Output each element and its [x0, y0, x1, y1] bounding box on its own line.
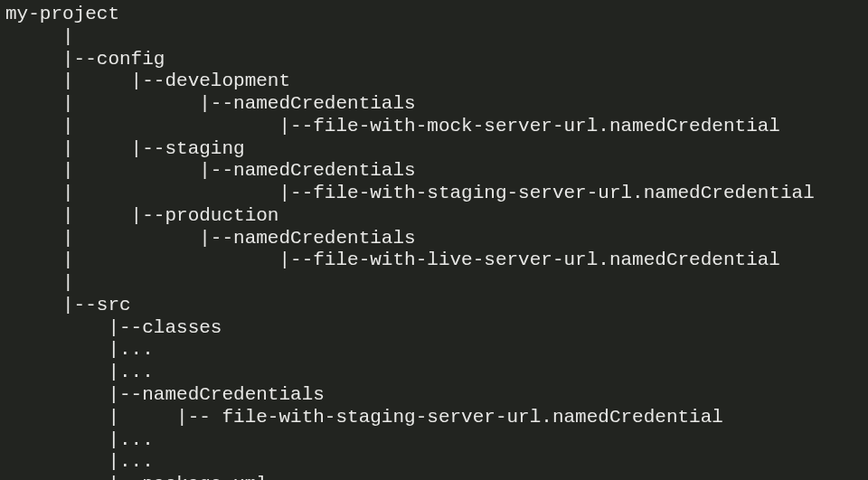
tree-line: | |--file-with-staging-server-url.namedC…: [5, 183, 815, 203]
tree-line: | |-- file-with-staging-server-url.named…: [5, 407, 723, 428]
tree-line: |...: [5, 362, 154, 382]
tree-line: | |--production: [5, 205, 278, 226]
tree-line: my-project: [5, 4, 119, 24]
tree-line: |: [5, 26, 74, 47]
tree-line: | |--development: [5, 71, 290, 91]
tree-line: |--classes: [5, 317, 222, 338]
tree-line: | |--file-with-live-server-url.namedCred…: [5, 249, 780, 270]
tree-line: | |--staging: [5, 138, 245, 159]
tree-line: | |--file-with-mock-server-url.namedCred…: [5, 116, 780, 136]
tree-line: |--config: [5, 49, 165, 70]
directory-tree: my-project | |--config | |--development …: [0, 0, 868, 480]
tree-line: | |--namedCredentials: [5, 228, 416, 249]
tree-line: |...: [5, 339, 154, 360]
tree-line: | |--namedCredentials: [5, 93, 416, 114]
tree-line: |: [5, 272, 74, 293]
tree-line: |...: [5, 429, 154, 450]
tree-line: |...: [5, 451, 154, 472]
tree-line: |--src: [5, 295, 131, 315]
tree-line: |--package.xml: [5, 474, 268, 480]
tree-line: |--namedCredentials: [5, 384, 325, 405]
tree-line: | |--namedCredentials: [5, 160, 416, 181]
